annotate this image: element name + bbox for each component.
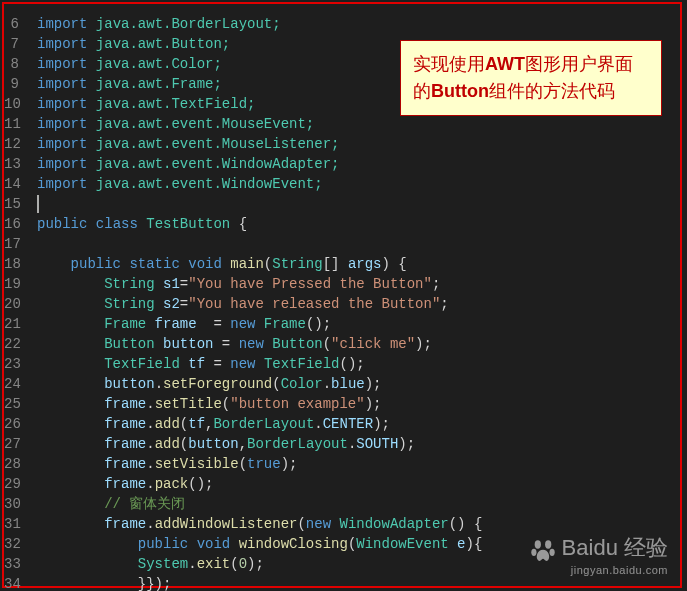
callout-bold: Button (431, 81, 489, 101)
method: addWindowListener (155, 516, 298, 532)
dot: . (323, 376, 331, 392)
field: SOUTH (356, 436, 398, 452)
package: java.awt.TextField; (87, 96, 255, 112)
punct: ){ (466, 536, 483, 552)
var: s2 (155, 296, 180, 312)
comment: // 窗体关闭 (37, 496, 185, 512)
cursor (37, 195, 39, 213)
line-number: 34 (4, 574, 19, 591)
punct: ); (281, 456, 298, 472)
keyword: new (230, 316, 255, 332)
type: Button (37, 336, 155, 352)
keyword: public (37, 216, 87, 232)
method: windowClosing (230, 536, 348, 552)
line-number: 22 (4, 334, 19, 354)
string: "You have released the Button" (188, 296, 440, 312)
line-number-gutter: 6789101112131415161718192021222324252627… (4, 4, 37, 586)
package: java.awt.Frame; (87, 76, 221, 92)
string: "button example" (230, 396, 364, 412)
punct: ( (230, 556, 238, 572)
var: button (155, 336, 214, 352)
punct: ); (415, 336, 432, 352)
callout-bold: AWT (485, 54, 525, 74)
punct: ); (365, 396, 382, 412)
var: tf (180, 356, 205, 372)
op: = (180, 296, 188, 312)
keyword: import (37, 36, 87, 52)
line-number: 11 (4, 114, 19, 134)
punct: ( (323, 336, 331, 352)
callout-text: 组件的方法代码 (489, 81, 615, 101)
dot: . (314, 416, 322, 432)
type: Frame (255, 316, 305, 332)
line-number: 12 (4, 134, 19, 154)
line-number: 21 (4, 314, 19, 334)
svg-point-0 (534, 540, 540, 548)
keyword: new (230, 356, 255, 372)
type: WindowAdapter (331, 516, 449, 532)
op: = (180, 276, 188, 292)
var: frame (37, 516, 146, 532)
line-number: 9 (4, 74, 19, 94)
punct: ; (440, 296, 448, 312)
paw-icon (530, 538, 556, 564)
line-number: 6 (4, 14, 19, 34)
line-number: 31 (4, 514, 19, 534)
line-number: 27 (4, 434, 19, 454)
class-name: TestButton (138, 216, 230, 232)
line-number: 13 (4, 154, 19, 174)
line-number: 10 (4, 94, 19, 114)
type: Button (264, 336, 323, 352)
number: 0 (239, 556, 247, 572)
keyword: new (306, 516, 331, 532)
op: = (205, 356, 230, 372)
punct: [] (323, 256, 348, 272)
line-number: 20 (4, 294, 19, 314)
dot: . (146, 516, 154, 532)
package: java.awt.Button; (87, 36, 230, 52)
watermark-brand: Baidu 经验 (562, 535, 668, 560)
keyword: import (37, 56, 87, 72)
annotation-callout: 实现使用AWT图形用户界面的Button组件的方法代码 (400, 40, 662, 116)
punct: { (230, 216, 247, 232)
line-number: 18 (4, 254, 19, 274)
string: "You have Pressed the Button" (188, 276, 432, 292)
svg-point-3 (549, 549, 554, 556)
type: String (37, 296, 155, 312)
line-number: 8 (4, 54, 19, 74)
line-number: 25 (4, 394, 19, 414)
watermark: Baidu 经验 jingyan.baidu.com (530, 533, 668, 576)
var: frame (146, 316, 196, 332)
keyword: public (37, 536, 188, 552)
package: java.awt.Color; (87, 56, 221, 72)
var: frame (37, 436, 146, 452)
type: WindowEvent (356, 536, 448, 552)
method: add (155, 436, 180, 452)
line-number: 17 (4, 234, 19, 254)
line-number: 26 (4, 414, 19, 434)
punct: ( (222, 396, 230, 412)
var: frame (37, 396, 146, 412)
line-number: 29 (4, 474, 19, 494)
var: frame (37, 476, 146, 492)
var: frame (37, 416, 146, 432)
keyword: class (87, 216, 137, 232)
keyword: import (37, 136, 87, 152)
punct: ); (247, 556, 264, 572)
punct: ) { (382, 256, 407, 272)
punct: ( (239, 456, 247, 472)
package: java.awt.event.MouseEvent; (87, 116, 314, 132)
package: java.awt.BorderLayout; (87, 16, 280, 32)
package: java.awt.event.WindowAdapter; (87, 156, 339, 172)
var: button (37, 376, 155, 392)
keyword: static (121, 256, 180, 272)
type: String (37, 276, 155, 292)
line-number: 33 (4, 554, 19, 574)
keyword: import (37, 156, 87, 172)
var: button (188, 436, 238, 452)
keyword: import (37, 16, 87, 32)
dot: . (155, 376, 163, 392)
type: String (272, 256, 322, 272)
keyword: new (239, 336, 264, 352)
var: s1 (155, 276, 180, 292)
